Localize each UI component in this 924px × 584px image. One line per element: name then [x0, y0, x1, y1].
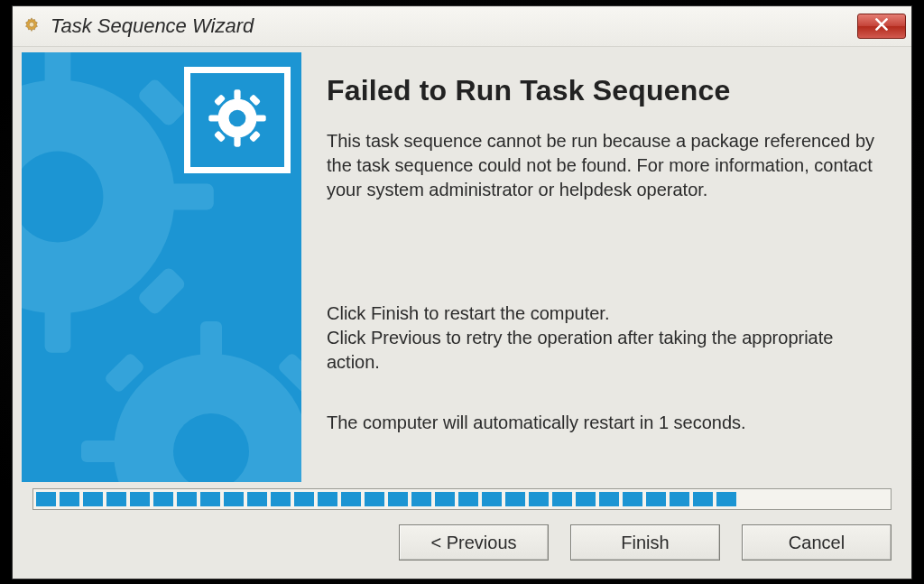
progress-segment [271, 492, 291, 506]
progress-segment [670, 492, 689, 506]
svg-rect-3 [45, 307, 71, 352]
progress-segment [83, 492, 103, 506]
decorative-gear-icon [76, 316, 301, 482]
progress-segment [130, 492, 150, 506]
button-row: < Previous Finish Cancel [32, 524, 892, 561]
svg-rect-23 [234, 136, 240, 147]
progress-segment [411, 492, 431, 506]
svg-rect-14 [81, 440, 119, 462]
progress-segment [576, 492, 596, 506]
progress-segment [693, 492, 713, 506]
progress-segment [365, 492, 384, 506]
svg-rect-24 [208, 115, 219, 121]
progress-segment [294, 492, 314, 506]
progress-segment [716, 492, 736, 506]
error-message: This task sequence cannot be run because… [327, 129, 877, 202]
app-gear-icon [22, 16, 42, 36]
finish-button[interactable]: Finish [570, 524, 720, 561]
svg-rect-25 [255, 115, 266, 121]
hero-badge [184, 67, 291, 173]
cancel-button[interactable]: Cancel [742, 524, 892, 561]
bottom-panel: < Previous Finish Cancel [13, 477, 911, 579]
svg-rect-5 [168, 184, 213, 210]
progress-segment [318, 492, 337, 506]
page-heading: Failed to Run Task Sequence [327, 74, 884, 107]
close-icon [875, 18, 888, 34]
progress-segment [435, 492, 455, 506]
progress-segment [599, 492, 619, 506]
progress-segment [482, 492, 502, 506]
svg-point-0 [29, 22, 34, 27]
countdown-text: The computer will automatically restart … [327, 413, 884, 433]
titlebar: Task Sequence Wizard [13, 6, 911, 47]
progress-segment [458, 492, 478, 506]
progress-segment [200, 492, 220, 506]
progress-segment [247, 492, 267, 506]
progress-segment [505, 492, 525, 506]
gear-icon [205, 86, 270, 154]
svg-point-30 [229, 110, 246, 127]
progress-segment [552, 492, 572, 506]
wizard-window: Task Sequence Wizard [12, 5, 912, 579]
progress-segment [623, 492, 642, 506]
progress-segment [224, 492, 244, 506]
hero-panel [22, 52, 301, 482]
svg-rect-12 [200, 321, 222, 359]
svg-rect-2 [45, 52, 71, 87]
progress-segment [388, 492, 408, 506]
progress-segment [177, 492, 197, 506]
progress-segment [529, 492, 549, 506]
progress-segment [153, 492, 173, 506]
close-button[interactable] [857, 14, 906, 39]
progress-segment [36, 492, 56, 506]
progress-bar [32, 488, 892, 510]
progress-segment [646, 492, 666, 506]
previous-button[interactable]: < Previous [399, 524, 549, 561]
svg-rect-22 [234, 89, 240, 100]
instructions-text: Click Finish to restart the computer. Cl… [327, 301, 877, 375]
progress-segment [341, 492, 361, 506]
progress-segment [60, 492, 79, 506]
progress-segment [106, 492, 126, 506]
client-area: Failed to Run Task Sequence This task se… [13, 47, 911, 579]
window-title: Task Sequence Wizard [51, 14, 857, 38]
